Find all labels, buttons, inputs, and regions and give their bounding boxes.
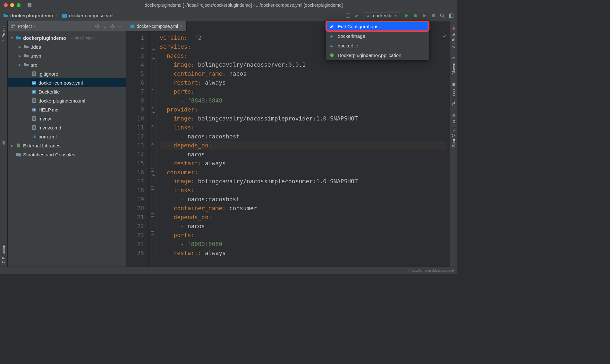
fold-toggle[interactable]: − xyxy=(151,34,154,37)
fold-toggle[interactable]: − xyxy=(151,213,154,217)
popup-item[interactable]: dockerimage xyxy=(326,31,429,41)
line-number[interactable]: 11 xyxy=(126,123,148,132)
stop-button[interactable] xyxy=(430,13,436,19)
debug-button[interactable] xyxy=(412,13,418,19)
editor-tab[interactable]: docker-compose.yml × xyxy=(126,21,187,31)
line-number[interactable]: 5 xyxy=(126,69,148,78)
fold-toggle[interactable]: − xyxy=(151,231,154,235)
fold-toggle[interactable]: − xyxy=(151,43,154,46)
line-number[interactable]: 23 xyxy=(126,231,148,240)
layout-settings-icon[interactable] xyxy=(448,13,454,19)
code-line[interactable]: - nacos xyxy=(160,150,446,159)
code-line[interactable]: - nacos xyxy=(160,222,446,231)
locate-icon[interactable] xyxy=(95,24,100,29)
tree-item[interactable]: .gitignore xyxy=(8,69,126,78)
code-line[interactable]: ports: xyxy=(160,87,446,96)
structure-tool-button[interactable]: 7: Structure xyxy=(2,244,6,263)
line-number[interactable]: 6 xyxy=(126,78,148,87)
line-number[interactable]: 10 xyxy=(126,114,148,123)
code-line[interactable]: - '8848:8848' xyxy=(160,96,446,105)
line-number[interactable]: 25 xyxy=(126,249,148,258)
tool-window-button[interactable]: m Maven xyxy=(452,56,456,77)
fold-toggle[interactable]: − xyxy=(151,88,154,91)
tree-item[interactable]: ▶ .mvn xyxy=(8,51,126,60)
run-configuration-selector[interactable]: dockerfile ▼ xyxy=(363,12,400,19)
line-number[interactable]: 12 xyxy=(126,132,148,141)
search-icon[interactable] xyxy=(439,13,445,19)
code-line[interactable]: - nacos:nacoshost xyxy=(160,195,446,204)
code-line[interactable]: ports: xyxy=(160,231,446,240)
line-number[interactable]: 8 xyxy=(126,96,148,105)
fold-toggle[interactable]: − xyxy=(151,186,154,190)
line-number[interactable]: 17 xyxy=(126,177,148,186)
popup-item[interactable]: dockerfile xyxy=(326,41,429,50)
line-number[interactable]: 20 xyxy=(126,204,148,213)
chevron-right-icon[interactable]: ▶ xyxy=(18,54,22,58)
bookmark-icon[interactable] xyxy=(1,140,6,145)
code-line[interactable]: restart: always xyxy=(160,159,446,168)
breadcrumb-project[interactable]: dockerplugindemo xyxy=(10,13,53,18)
code-line[interactable]: links: xyxy=(160,123,446,132)
line-number[interactable]: 15 xyxy=(126,159,148,168)
line-number[interactable]: 7 xyxy=(126,87,148,96)
line-gutter[interactable]: 12▶3▶456789▶10111213141516▶1718192021222… xyxy=(126,31,149,267)
code-line[interactable]: container_name: nacos xyxy=(160,69,446,78)
project-title[interactable]: Project ▼ xyxy=(18,24,36,29)
code-line[interactable]: - nacos:nacoshost xyxy=(160,132,446,141)
tree-scratches[interactable]: Scratches and Consoles xyxy=(8,150,126,159)
line-number[interactable]: 2▶ xyxy=(126,42,148,51)
code-line[interactable]: restart: always xyxy=(160,249,446,258)
code-line[interactable]: depends_on: xyxy=(160,213,446,222)
code-line[interactable]: restart: always xyxy=(160,78,446,87)
maximize-window-button[interactable] xyxy=(17,3,21,7)
run-coverage-button[interactable] xyxy=(421,13,427,19)
fold-toggle[interactable]: − xyxy=(151,106,154,109)
line-number[interactable]: 24 xyxy=(126,240,148,249)
tree-item[interactable]: ▶ .idea xyxy=(8,42,126,51)
line-number[interactable]: 13 xyxy=(126,141,148,150)
hide-icon[interactable]: — xyxy=(118,24,123,29)
breadcrumb-file[interactable]: docker-compose.yml xyxy=(69,13,113,18)
code-line[interactable]: image: bolingcavalry/nacossimpleconsumer… xyxy=(160,177,446,186)
line-number[interactable]: 19 xyxy=(126,195,148,204)
fold-toggle[interactable]: − xyxy=(151,142,154,145)
line-number[interactable]: 3▶ xyxy=(126,51,148,60)
tree-item[interactable]: ▶ src xyxy=(8,60,126,69)
line-number[interactable]: 1 xyxy=(126,33,148,42)
code-line[interactable]: image: bolingcavalry/nacosserver:0.0.1 xyxy=(160,60,446,69)
code-line[interactable]: provider: xyxy=(160,105,446,114)
tool-window-button[interactable]: Ant Build xyxy=(452,26,456,51)
build-icon[interactable] xyxy=(345,13,351,19)
line-number[interactable]: 14 xyxy=(126,150,148,159)
close-tab-icon[interactable]: × xyxy=(180,24,182,29)
tree-item[interactable]: mvnw.cmd xyxy=(8,123,126,132)
expand-all-icon[interactable] xyxy=(102,24,107,29)
tree-item[interactable]: D Dockerfile xyxy=(8,87,126,96)
tree-root[interactable]: ▼ dockerplugindemo ~/IdeaProject... xyxy=(8,33,126,42)
code-area[interactable]: version: '2'services: nacos: image: boli… xyxy=(157,31,450,267)
fold-toggle[interactable]: − xyxy=(151,169,154,172)
chevron-right-icon[interactable]: ▶ xyxy=(18,45,22,49)
tree-item[interactable]: m pom.xml xyxy=(8,132,126,141)
code-line[interactable]: - '8080:8080' xyxy=(160,240,446,249)
line-number[interactable]: 22 xyxy=(126,222,148,231)
code-line[interactable]: depends_on: xyxy=(160,141,446,150)
line-number[interactable]: 21 xyxy=(126,213,148,222)
fold-column[interactable]: −−−−−−−−−−− xyxy=(149,31,157,260)
line-number[interactable]: 18 xyxy=(126,186,148,195)
popup-item[interactable]: DockerplugindemoApplication xyxy=(326,50,429,60)
code-line[interactable]: image: bolingcavalry/nacossimpleprovider… xyxy=(160,114,446,123)
code-line[interactable]: links: xyxy=(160,186,446,195)
hammer-icon[interactable] xyxy=(354,13,360,19)
line-number[interactable]: 4 xyxy=(126,60,148,69)
tree-item[interactable]: dockerplugindemo.iml xyxy=(8,96,126,105)
tree-external-libraries[interactable]: ▶ External Libraries xyxy=(8,141,126,150)
minimize-window-button[interactable] xyxy=(10,3,14,7)
tool-window-button[interactable]: Bean Validation xyxy=(452,113,456,149)
chevron-right-icon[interactable]: ▶ xyxy=(18,63,22,67)
fold-toggle[interactable]: − xyxy=(151,52,154,55)
code-line[interactable]: consumer: xyxy=(160,168,446,177)
project-tool-button[interactable]: 1: Project xyxy=(2,23,6,45)
chevron-down-icon[interactable]: ▼ xyxy=(10,36,14,40)
close-window-button[interactable] xyxy=(4,3,8,7)
